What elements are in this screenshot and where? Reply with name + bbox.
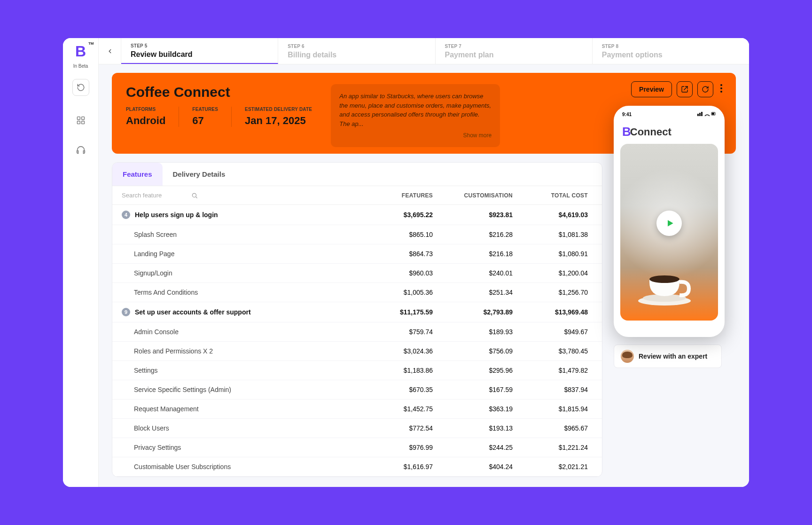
group-total-cost: $13,969.48	[513, 308, 593, 316]
card-tabs: Features Delivery Details	[112, 163, 602, 186]
feature-row[interactable]: Splash Screen$865.10$216.28$1,081.38	[112, 225, 602, 244]
refresh-button[interactable]	[697, 81, 713, 97]
feature-customisation-cost: $295.96	[433, 367, 513, 374]
feature-total-cost: $1,256.70	[513, 289, 593, 296]
col-header-total: TOTAL COST	[513, 192, 593, 199]
feature-row[interactable]: Roles and Permissions X 2$3,024.36$756.0…	[112, 342, 602, 361]
stat-label: PLATFORMS	[126, 107, 165, 112]
chevron-left-icon	[107, 48, 113, 55]
group-features-cost: $11,175.59	[353, 308, 433, 316]
col-header-features: FEATURES	[353, 192, 433, 199]
svg-rect-13	[712, 113, 714, 115]
search-input[interactable]	[122, 192, 187, 199]
feature-features-cost: $1,183.86	[353, 367, 433, 374]
feature-total-cost: $1,479.82	[513, 367, 593, 374]
feature-group-row[interactable]: 9Set up user accounts & offer support$11…	[112, 302, 602, 322]
step-billing-details[interactable]: STEP 6 Billing details	[278, 38, 435, 64]
preview-column: 9:41 B Connect	[614, 106, 736, 477]
feature-row[interactable]: Admin Console$759.74$189.93$949.67	[112, 322, 602, 342]
table-body[interactable]: 4Help users sign up & login$3,695.22$923…	[112, 205, 602, 477]
app-window: B TM In Beta STEP 5 Review buildcard	[63, 38, 749, 487]
step-review-buildcard[interactable]: STEP 5 Review buildcard	[121, 38, 278, 64]
phone-status-bar: 9:41	[616, 108, 723, 121]
preview-button[interactable]: Preview	[631, 81, 672, 97]
stat-value: Jan 17, 2025	[245, 115, 312, 127]
stat-value: Android	[126, 115, 165, 127]
hero-actions: Preview	[631, 81, 725, 97]
feature-row[interactable]: Service Specific Settings (Admin)$670.35…	[112, 380, 602, 400]
feature-row[interactable]: Privacy Settings$976.99$244.25$1,221.24	[112, 438, 602, 457]
feature-total-cost: $2,021.21	[513, 463, 593, 470]
feature-customisation-cost: $216.28	[433, 231, 513, 238]
feature-name: Settings	[122, 367, 353, 374]
svg-point-4	[720, 84, 722, 86]
svg-rect-1	[81, 117, 84, 120]
feature-total-cost: $1,815.94	[513, 405, 593, 413]
stat-label: FEATURES	[192, 107, 218, 112]
tab-features[interactable]: Features	[112, 163, 163, 186]
feature-features-cost: $976.99	[353, 444, 433, 451]
feature-group-row[interactable]: 4Help users sign up & login$3,695.22$923…	[112, 205, 602, 225]
project-stats: PLATFORMS Android FEATURES 67 ESTIMATED …	[126, 107, 312, 127]
feature-row[interactable]: Request Management$1,452.75$363.19$1,815…	[112, 400, 602, 419]
feature-row[interactable]: Landing Page$864.73$216.18$1,080.91	[112, 244, 602, 264]
dashboard-icon[interactable]	[75, 115, 86, 126]
feature-name: Terms And Conditions	[122, 289, 353, 296]
feature-name: Privacy Settings	[122, 444, 353, 451]
step-overline: STEP 6	[288, 44, 425, 49]
support-icon[interactable]	[75, 145, 86, 156]
svg-point-6	[720, 91, 722, 93]
step-payment-plan[interactable]: STEP 7 Payment plan	[436, 38, 593, 64]
svg-point-5	[720, 87, 722, 89]
step-payment-options[interactable]: STEP 8 Payment options	[593, 38, 749, 64]
feature-features-cost: $3,024.36	[353, 347, 433, 355]
svg-rect-0	[77, 117, 80, 120]
feature-row[interactable]: Settings$1,183.86$295.96$1,479.82	[112, 361, 602, 380]
feature-name: Request Management	[122, 405, 353, 413]
back-button[interactable]	[99, 38, 121, 64]
table-header: FEATURES CUSTOMISATION TOTAL COST	[112, 186, 602, 205]
svg-rect-11	[701, 112, 703, 116]
feature-total-cost: $949.67	[513, 328, 593, 336]
step-title: Review buildcard	[131, 50, 268, 59]
feature-row[interactable]: Customisable User Subscriptions$1,616.97…	[112, 457, 602, 477]
group-count-badge: 9	[122, 308, 130, 316]
tab-delivery-details[interactable]: Delivery Details	[163, 163, 236, 186]
search-wrap	[122, 192, 353, 199]
feature-name: Admin Console	[122, 328, 353, 336]
undo-button[interactable]	[72, 79, 89, 96]
feature-row[interactable]: Terms And Conditions$1,005.36$251.34$1,2…	[112, 283, 602, 302]
feature-total-cost: $1,081.38	[513, 231, 593, 238]
stat-features: FEATURES 67	[192, 107, 232, 127]
share-button[interactable]	[677, 81, 693, 97]
project-name: Coffee Connect	[126, 84, 312, 100]
phone-status-icons	[697, 111, 716, 117]
body-grid: Features Delivery Details FEATURES CUSTO…	[112, 162, 736, 477]
feature-customisation-cost: $240.01	[433, 269, 513, 277]
brand-tagline: In Beta	[73, 63, 88, 69]
group-title: Help users sign up & login	[135, 211, 218, 219]
review-with-expert-button[interactable]: Review with an expert	[614, 345, 722, 368]
project-description: An app similar to Starbucks, where users…	[331, 84, 500, 147]
step-overline: STEP 5	[131, 43, 268, 48]
feature-name: Landing Page	[122, 250, 353, 258]
more-menu-button[interactable]	[718, 84, 725, 95]
feature-total-cost: $3,780.45	[513, 347, 593, 355]
step-title: Payment options	[602, 51, 740, 59]
feature-name: Splash Screen	[122, 231, 353, 238]
feature-row[interactable]: Signup/Login$960.03$240.01$1,200.04	[112, 264, 602, 283]
feature-total-cost: $965.67	[513, 424, 593, 432]
feature-total-cost: $837.94	[513, 386, 593, 393]
phone-preview: 9:41 B Connect	[614, 106, 725, 337]
group-customisation-cost: $923.81	[433, 211, 513, 219]
content: Coffee Connect PLATFORMS Android FEATURE…	[99, 64, 749, 487]
svg-rect-2	[77, 121, 80, 124]
feature-row[interactable]: Block Users$772.54$193.13$965.67	[112, 419, 602, 438]
feature-features-cost: $960.03	[353, 269, 433, 277]
play-icon	[665, 219, 675, 228]
show-more-button[interactable]: Show more	[339, 131, 492, 140]
feature-features-cost: $670.35	[353, 386, 433, 393]
feature-features-cost: $1,005.36	[353, 289, 433, 296]
brand-logo: B TM	[72, 44, 89, 61]
play-button[interactable]	[656, 211, 682, 236]
